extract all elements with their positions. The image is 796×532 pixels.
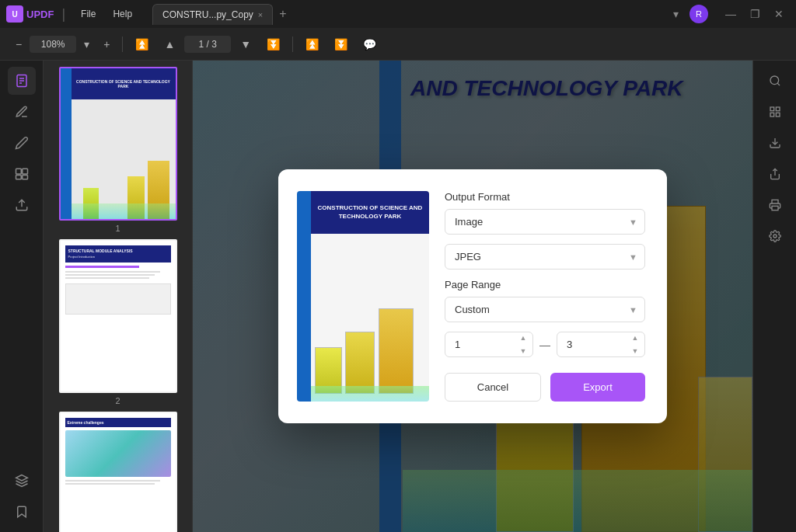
thumbnail-3[interactable]: Extreme challenges 3 (50, 412, 186, 532)
updf-logo-icon: U (6, 5, 23, 23)
thumbnail-panel: CONSTRUCTION OF SCIENCE AND TECHNOLOGY P… (44, 61, 193, 532)
thumb-img-1: CONSTRUCTION OF SCIENCE AND TECHNOLOGY P… (59, 67, 177, 221)
preview-blue-bar (297, 191, 311, 402)
preview-header: CONSTRUCTION OF SCIENCE AND TECHNOLOGY P… (311, 191, 429, 234)
tabs-area: CONSTRU...py_Copy × + (152, 4, 661, 25)
modal-buttons: Cancel Export (445, 373, 645, 402)
format-select-wrapper: Image ▼ (445, 209, 645, 235)
maximize-btn[interactable]: ❐ (744, 5, 766, 23)
page-top-btn[interactable]: ⏫ (129, 34, 155, 54)
modal-preview: CONSTRUCTION OF SCIENCE AND TECHNOLOGY P… (297, 191, 429, 402)
range-dash: — (539, 339, 550, 351)
right-icon-print[interactable] (761, 191, 789, 219)
menu-bar: File Help (73, 5, 140, 23)
subtype-select[interactable]: JPEG (445, 244, 645, 269)
page-to-wrapper: ▲ ▼ (557, 332, 645, 357)
zoom-dropdown-btn[interactable]: ▾ (78, 34, 96, 54)
app-logo[interactable]: U UPDF (6, 5, 54, 23)
page-from-spinners: ▲ ▼ (515, 332, 532, 357)
app-name: UPDF (26, 9, 54, 20)
toolbar-sep-1 (122, 37, 123, 52)
page-range-select[interactable]: Custom All Pages Current Page (445, 297, 645, 322)
zoom-area: − 108% ▾ + (9, 34, 116, 54)
zoom-out-btn[interactable]: − (9, 34, 28, 54)
sidebar-icon-export[interactable] (8, 191, 36, 219)
right-icon-thumbnails[interactable] (761, 98, 789, 126)
tab-close-btn[interactable]: × (258, 10, 263, 19)
page-range-select-wrapper: Custom All Pages Current Page ▼ (445, 297, 645, 322)
active-tab[interactable]: CONSTRU...py_Copy × (152, 4, 273, 25)
right-icon-share[interactable] (761, 160, 789, 188)
preview-body (311, 234, 429, 402)
svg-point-10 (770, 76, 779, 85)
page-number-display: 1 / 3 (184, 36, 231, 53)
sidebar-icon-pages[interactable] (8, 160, 36, 188)
page-from-wrapper: ▲ ▼ (445, 332, 533, 357)
sidebar-icon-layers[interactable] (8, 467, 36, 495)
page-bottom-btn[interactable]: ⏬ (260, 34, 286, 54)
preview-building-tall (379, 308, 414, 394)
right-icon-settings[interactable] (761, 222, 789, 250)
svg-rect-5 (22, 169, 27, 174)
minimize-btn[interactable]: — (719, 5, 742, 23)
menu-file[interactable]: File (73, 5, 103, 23)
page-to-spinners: ▲ ▼ (627, 332, 644, 357)
left-sidebar (0, 61, 44, 532)
thumbnail-2[interactable]: STRUCTURAL MODULE ANALYSISProject Introd… (50, 239, 186, 405)
thumb-img-3: Extreme challenges (59, 412, 177, 532)
svg-rect-4 (16, 169, 21, 174)
page-to-up[interactable]: ▲ (627, 332, 644, 345)
page-prev-btn[interactable]: ▲ (158, 34, 181, 54)
close-btn[interactable]: ✕ (768, 5, 790, 23)
title-divider: | (61, 6, 65, 23)
cancel-button[interactable]: Cancel (445, 373, 541, 402)
scroll-prev-btn[interactable]: ⏫ (299, 34, 325, 54)
svg-line-11 (777, 83, 780, 85)
zoom-in-btn[interactable]: + (97, 34, 116, 54)
page-next-btn[interactable]: ▼ (234, 34, 257, 54)
svg-rect-12 (770, 107, 774, 111)
pdf-viewer: AND TECHNOLOGY PARK CONSTRUCTION OF SCIE… (193, 61, 752, 532)
sidebar-icon-edit[interactable] (8, 98, 36, 126)
page-to-down[interactable]: ▼ (627, 345, 644, 358)
page-range-inputs: ▲ ▼ — ▲ ▼ (445, 332, 645, 357)
dropdown-btn[interactable]: ▾ (667, 5, 685, 23)
user-avatar[interactable]: R (690, 5, 708, 23)
right-sidebar (752, 61, 796, 532)
output-format-label: Output Format (445, 191, 645, 203)
sidebar-icon-bookmark[interactable] (8, 498, 36, 526)
page-range-group: Page Range Custom All Pages Current Page… (445, 279, 645, 322)
page-from-down[interactable]: ▼ (515, 345, 532, 358)
svg-rect-18 (772, 206, 778, 210)
preview-title-text: CONSTRUCTION OF SCIENCE AND TECHNOLOGY P… (314, 204, 426, 221)
svg-rect-6 (16, 176, 21, 179)
title-bar: U UPDF | File Help CONSTRU...py_Copy × +… (0, 0, 796, 28)
comment-btn[interactable]: 💬 (357, 34, 382, 54)
page-from-up[interactable]: ▲ (515, 332, 532, 345)
sidebar-icon-annotate[interactable] (8, 129, 36, 157)
export-button[interactable]: Export (550, 373, 645, 402)
window-controls: — ❐ ✕ (719, 5, 790, 23)
export-modal: CONSTRUCTION OF SCIENCE AND TECHNOLOGY P… (278, 169, 667, 423)
thumb-label-2: 2 (115, 396, 120, 405)
format-select[interactable]: Image (445, 209, 645, 235)
right-icon-download[interactable] (761, 129, 789, 157)
thumb-img-2: STRUCTURAL MODULE ANALYSISProject Introd… (59, 239, 177, 393)
main-area: CONSTRUCTION OF SCIENCE AND TECHNOLOGY P… (0, 61, 796, 532)
right-icon-search[interactable] (761, 67, 789, 95)
svg-rect-7 (22, 176, 27, 179)
svg-rect-15 (776, 113, 780, 116)
menu-help[interactable]: Help (105, 5, 140, 23)
zoom-level-display[interactable]: 108% (30, 36, 76, 53)
scroll-next-btn[interactable]: ⏬ (328, 34, 354, 54)
sidebar-icon-document[interactable] (8, 67, 36, 95)
tab-label: CONSTRU...py_Copy (162, 9, 253, 20)
modal-overlay: CONSTRUCTION OF SCIENCE AND TECHNOLOGY P… (193, 61, 752, 532)
add-tab-btn[interactable]: + (273, 4, 292, 24)
output-format-group: Output Format Image ▼ (445, 191, 645, 235)
thumbnail-1[interactable]: CONSTRUCTION OF SCIENCE AND TECHNOLOGY P… (50, 67, 186, 233)
toolbar-sep-2 (292, 37, 293, 52)
thumb-label-1: 1 (115, 224, 120, 233)
svg-rect-13 (776, 107, 780, 111)
page-range-label: Page Range (445, 279, 645, 290)
